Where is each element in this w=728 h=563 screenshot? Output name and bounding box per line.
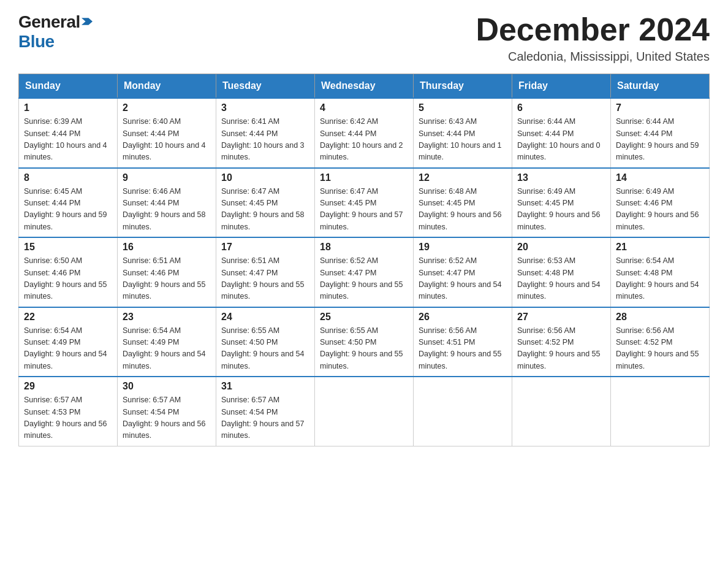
weekday-header-thursday: Thursday [414, 74, 512, 99]
svg-marker-0 [82, 18, 93, 25]
day-info: Sunrise: 6:53 AMSunset: 4:48 PMDaylight:… [517, 255, 605, 303]
calendar-cell: 4Sunrise: 6:42 AMSunset: 4:44 PMDaylight… [315, 98, 414, 168]
day-number: 11 [320, 172, 408, 183]
day-info: Sunrise: 6:52 AMSunset: 4:47 PMDaylight:… [419, 255, 507, 303]
day-number: 25 [320, 312, 408, 323]
day-info: Sunrise: 6:49 AMSunset: 4:46 PMDaylight:… [616, 186, 704, 234]
day-number: 30 [123, 381, 211, 392]
day-info: Sunrise: 6:57 AMSunset: 4:53 PMDaylight:… [24, 394, 112, 442]
calendar-cell: 8Sunrise: 6:45 AMSunset: 4:44 PMDaylight… [19, 168, 118, 238]
day-info: Sunrise: 6:40 AMSunset: 4:44 PMDaylight:… [123, 116, 211, 164]
calendar-cell: 31Sunrise: 6:57 AMSunset: 4:54 PMDayligh… [216, 377, 315, 446]
day-number: 8 [24, 172, 112, 183]
calendar-cell: 1Sunrise: 6:39 AMSunset: 4:44 PMDaylight… [19, 98, 118, 168]
calendar-cell: 22Sunrise: 6:54 AMSunset: 4:49 PMDayligh… [19, 307, 118, 377]
month-title: December 2024 [476, 12, 710, 47]
logo-blue-text: Blue [18, 32, 55, 52]
day-info: Sunrise: 6:41 AMSunset: 4:44 PMDaylight:… [221, 116, 309, 164]
calendar-cell: 24Sunrise: 6:55 AMSunset: 4:50 PMDayligh… [216, 307, 315, 377]
day-info: Sunrise: 6:57 AMSunset: 4:54 PMDaylight:… [221, 394, 309, 442]
day-info: Sunrise: 6:51 AMSunset: 4:46 PMDaylight:… [123, 255, 211, 303]
calendar-cell: 17Sunrise: 6:51 AMSunset: 4:47 PMDayligh… [216, 237, 315, 307]
calendar-cell: 26Sunrise: 6:56 AMSunset: 4:51 PMDayligh… [414, 307, 512, 377]
calendar-cell: 19Sunrise: 6:52 AMSunset: 4:47 PMDayligh… [414, 237, 512, 307]
day-info: Sunrise: 6:44 AMSunset: 4:44 PMDaylight:… [517, 116, 605, 164]
day-info: Sunrise: 6:55 AMSunset: 4:50 PMDaylight:… [320, 325, 408, 373]
day-number: 24 [221, 312, 309, 323]
day-info: Sunrise: 6:54 AMSunset: 4:48 PMDaylight:… [616, 255, 704, 303]
weekday-header-wednesday: Wednesday [315, 74, 414, 99]
day-info: Sunrise: 6:49 AMSunset: 4:45 PMDaylight:… [517, 186, 605, 234]
day-number: 2 [123, 102, 211, 113]
calendar-cell: 28Sunrise: 6:56 AMSunset: 4:52 PMDayligh… [611, 307, 710, 377]
day-number: 14 [616, 172, 704, 183]
day-number: 26 [419, 312, 507, 323]
day-info: Sunrise: 6:51 AMSunset: 4:47 PMDaylight:… [221, 255, 309, 303]
calendar-cell: 14Sunrise: 6:49 AMSunset: 4:46 PMDayligh… [611, 168, 710, 238]
day-info: Sunrise: 6:45 AMSunset: 4:44 PMDaylight:… [24, 186, 112, 234]
day-number: 16 [123, 242, 211, 253]
calendar-cell: 25Sunrise: 6:55 AMSunset: 4:50 PMDayligh… [315, 307, 414, 377]
calendar-cell: 18Sunrise: 6:52 AMSunset: 4:47 PMDayligh… [315, 237, 414, 307]
day-number: 7 [616, 102, 704, 113]
calendar-cell: 2Sunrise: 6:40 AMSunset: 4:44 PMDaylight… [118, 98, 216, 168]
day-info: Sunrise: 6:46 AMSunset: 4:44 PMDaylight:… [123, 186, 211, 234]
weekday-header-monday: Monday [118, 74, 216, 99]
calendar-cell: 29Sunrise: 6:57 AMSunset: 4:53 PMDayligh… [19, 377, 118, 446]
week-row-1: 1Sunrise: 6:39 AMSunset: 4:44 PMDaylight… [19, 98, 710, 168]
calendar-cell: 3Sunrise: 6:41 AMSunset: 4:44 PMDaylight… [216, 98, 315, 168]
calendar-cell: 6Sunrise: 6:44 AMSunset: 4:44 PMDaylight… [512, 98, 611, 168]
calendar-cell: 9Sunrise: 6:46 AMSunset: 4:44 PMDaylight… [118, 168, 216, 238]
title-area: December 2024 Caledonia, Mississippi, Un… [476, 12, 710, 64]
weekday-header-sunday: Sunday [19, 74, 118, 99]
calendar-table: SundayMondayTuesdayWednesdayThursdayFrid… [18, 74, 710, 446]
calendar-cell: 7Sunrise: 6:44 AMSunset: 4:44 PMDaylight… [611, 98, 710, 168]
page-header: General Blue December 2024 Caledonia, Mi… [18, 12, 710, 64]
calendar-cell [414, 377, 512, 446]
logo-general-text: General [18, 12, 80, 32]
day-number: 9 [123, 172, 211, 183]
day-info: Sunrise: 6:56 AMSunset: 4:52 PMDaylight:… [616, 325, 704, 373]
day-number: 15 [24, 242, 112, 253]
calendar-cell: 21Sunrise: 6:54 AMSunset: 4:48 PMDayligh… [611, 237, 710, 307]
day-number: 17 [221, 242, 309, 253]
day-info: Sunrise: 6:48 AMSunset: 4:45 PMDaylight:… [419, 186, 507, 234]
day-number: 6 [517, 102, 605, 113]
location-subtitle: Caledonia, Mississippi, United States [476, 50, 710, 64]
calendar-cell: 30Sunrise: 6:57 AMSunset: 4:54 PMDayligh… [118, 377, 216, 446]
day-number: 20 [517, 242, 605, 253]
calendar-cell: 15Sunrise: 6:50 AMSunset: 4:46 PMDayligh… [19, 237, 118, 307]
day-info: Sunrise: 6:47 AMSunset: 4:45 PMDaylight:… [221, 186, 309, 234]
weekday-header-row: SundayMondayTuesdayWednesdayThursdayFrid… [19, 74, 710, 99]
day-number: 31 [221, 381, 309, 392]
day-number: 13 [517, 172, 605, 183]
calendar-cell: 16Sunrise: 6:51 AMSunset: 4:46 PMDayligh… [118, 237, 216, 307]
day-info: Sunrise: 6:39 AMSunset: 4:44 PMDaylight:… [24, 116, 112, 164]
logo: General Blue [18, 12, 93, 52]
day-number: 10 [221, 172, 309, 183]
day-number: 29 [24, 381, 112, 392]
day-number: 4 [320, 102, 408, 113]
day-number: 12 [419, 172, 507, 183]
day-number: 5 [419, 102, 507, 113]
calendar-cell: 12Sunrise: 6:48 AMSunset: 4:45 PMDayligh… [414, 168, 512, 238]
week-row-2: 8Sunrise: 6:45 AMSunset: 4:44 PMDaylight… [19, 168, 710, 238]
day-number: 27 [517, 312, 605, 323]
logo-arrow-icon [82, 17, 93, 26]
calendar-cell: 27Sunrise: 6:56 AMSunset: 4:52 PMDayligh… [512, 307, 611, 377]
weekday-header-friday: Friday [512, 74, 611, 99]
day-info: Sunrise: 6:54 AMSunset: 4:49 PMDaylight:… [123, 325, 211, 373]
day-number: 22 [24, 312, 112, 323]
day-info: Sunrise: 6:43 AMSunset: 4:44 PMDaylight:… [419, 116, 507, 164]
day-info: Sunrise: 6:50 AMSunset: 4:46 PMDaylight:… [24, 255, 112, 303]
day-number: 21 [616, 242, 704, 253]
day-info: Sunrise: 6:57 AMSunset: 4:54 PMDaylight:… [123, 394, 211, 442]
day-info: Sunrise: 6:44 AMSunset: 4:44 PMDaylight:… [616, 116, 704, 164]
calendar-cell: 10Sunrise: 6:47 AMSunset: 4:45 PMDayligh… [216, 168, 315, 238]
calendar-cell [315, 377, 414, 446]
day-number: 3 [221, 102, 309, 113]
day-info: Sunrise: 6:42 AMSunset: 4:44 PMDaylight:… [320, 116, 408, 164]
day-info: Sunrise: 6:47 AMSunset: 4:45 PMDaylight:… [320, 186, 408, 234]
calendar-cell [512, 377, 611, 446]
calendar-cell: 11Sunrise: 6:47 AMSunset: 4:45 PMDayligh… [315, 168, 414, 238]
